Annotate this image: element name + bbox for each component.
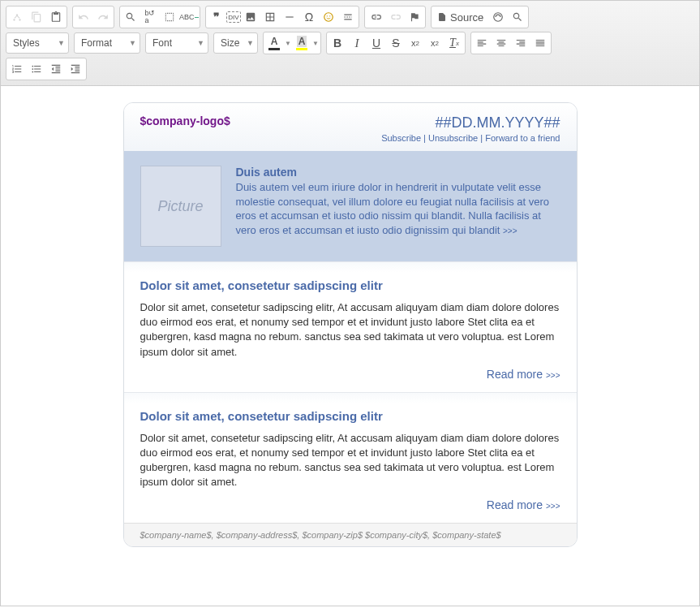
newsletter-footer[interactable]: $company-name$, $company-address$, $comp…: [124, 523, 577, 546]
source-label: Source: [450, 11, 483, 24]
outdent-button[interactable]: [46, 59, 66, 79]
newsletter-template: $company-logo$ ##DD.MM.YYYY## Subscribe …: [123, 102, 578, 547]
feature-body[interactable]: Duis autem vel eum iriure dolor in hendr…: [236, 180, 560, 237]
article-title[interactable]: Dolor sit amet, consetetur sadipscing el…: [140, 409, 560, 423]
source-button[interactable]: Source: [432, 7, 488, 27]
date-placeholder[interactable]: ##DD.MM.YYYY##: [381, 114, 560, 132]
chevron-down-icon: ▼: [58, 39, 65, 47]
chevron-down-icon: ▼: [129, 39, 136, 47]
specialchar-button[interactable]: Ω: [299, 7, 319, 27]
toolbar: b↺a ABC ❞ DIV Ω Source Styles▼ Format: [1, 1, 699, 86]
forward-link[interactable]: Forward to a friend: [485, 133, 560, 143]
article-2: Dolor sit amet, consetetur sadipscing el…: [124, 392, 577, 523]
undo-button[interactable]: [74, 7, 93, 27]
blockquote-button[interactable]: ❞: [207, 7, 226, 27]
cut-button[interactable]: [7, 7, 27, 27]
spellcheck-button[interactable]: ABC: [179, 7, 199, 27]
article-body[interactable]: Dolor sit amet, consetetur sadipscing el…: [140, 431, 560, 490]
image-button[interactable]: [241, 7, 260, 27]
readmore-link[interactable]: Read more >>>: [487, 498, 560, 511]
picture-placeholder[interactable]: Picture: [140, 166, 221, 247]
readmore-link[interactable]: Read more >>>: [487, 368, 560, 381]
unsubscribe-link[interactable]: Unsubscribe: [428, 133, 478, 143]
svg-point-0: [324, 13, 333, 22]
chevron-down-icon: ▼: [247, 39, 254, 47]
subscript-button[interactable]: x2: [406, 33, 425, 53]
removeformat-button[interactable]: Tx: [444, 33, 464, 53]
header-links: Subscribe | Unsubscribe | Forward to a f…: [381, 133, 560, 143]
align-right-button[interactable]: [511, 33, 530, 53]
content-area[interactable]: $company-logo$ ##DD.MM.YYYY## Subscribe …: [1, 86, 699, 606]
superscript-button[interactable]: x2: [425, 33, 444, 53]
svg-point-1: [327, 15, 328, 16]
find-group: b↺a ABC: [119, 6, 200, 28]
link-button[interactable]: [366, 7, 385, 27]
article-title[interactable]: Dolor sit amet, consetetur sadipscing el…: [140, 278, 560, 292]
editor-container: b↺a ABC ❞ DIV Ω Source Styles▼ Format: [0, 0, 700, 606]
newsletter-header: $company-logo$ ##DD.MM.YYYY## Subscribe …: [124, 103, 577, 151]
redo-button[interactable]: [93, 7, 113, 27]
preview-button[interactable]: [488, 7, 508, 27]
textcolor-button[interactable]: A: [264, 33, 284, 53]
pagebreak-button[interactable]: [338, 7, 358, 27]
chevron-down-icon[interactable]: ▼: [311, 40, 320, 47]
feature-block: Picture Duis autem Duis autem vel eum ir…: [124, 151, 577, 261]
toolbar-row-2: Styles▼ Format▼ Font▼ Size▼ A▼ A▼ B I U …: [6, 30, 694, 56]
align-justify-button[interactable]: [530, 33, 550, 53]
selectall-button[interactable]: [160, 7, 179, 27]
italic-button[interactable]: I: [347, 33, 367, 53]
replace-button[interactable]: b↺a: [140, 7, 160, 27]
formatting-group: B I U S x2 x2 Tx: [326, 32, 466, 54]
size-combo[interactable]: Size▼: [213, 32, 258, 54]
article-1: Dolor sit amet, consetetur sadipscing el…: [124, 261, 577, 392]
align-center-button[interactable]: [492, 33, 511, 53]
source-group: Source: [431, 6, 529, 28]
format-combo[interactable]: Format▼: [74, 32, 140, 54]
anchor-button[interactable]: [405, 7, 424, 27]
indent-button[interactable]: [66, 59, 85, 79]
article-body[interactable]: Dolor sit amet, consetetur sadipscing el…: [140, 300, 560, 360]
align-group: [470, 32, 552, 54]
paste-button[interactable]: [46, 7, 66, 27]
bgcolor-button[interactable]: A: [292, 33, 311, 53]
maximize-button[interactable]: [508, 7, 527, 27]
chevron-down-icon: ▼: [197, 39, 204, 47]
chevron-down-icon[interactable]: ▼: [284, 40, 292, 47]
toolbar-row-3: [6, 56, 694, 82]
styles-combo[interactable]: Styles▼: [6, 32, 69, 54]
undo-group: [72, 6, 114, 28]
align-left-button[interactable]: [472, 33, 492, 53]
bold-button[interactable]: B: [328, 33, 347, 53]
color-group: A▼ A▼: [263, 32, 321, 54]
smiley-button[interactable]: [319, 7, 338, 27]
feature-more[interactable]: >>>: [503, 226, 517, 235]
strike-button[interactable]: S: [386, 33, 406, 53]
div-button[interactable]: DIV: [226, 11, 241, 23]
company-logo[interactable]: $company-logo$: [140, 114, 230, 127]
table-button[interactable]: [260, 7, 280, 27]
clipboard-group: [6, 6, 67, 28]
link-group: [364, 6, 426, 28]
insert-group-1: ❞ DIV Ω: [205, 6, 359, 28]
unlink-button[interactable]: [385, 7, 405, 27]
numberlist-button[interactable]: [7, 59, 27, 79]
svg-point-2: [329, 15, 330, 16]
bulletlist-button[interactable]: [27, 59, 46, 79]
toolbar-row-1: b↺a ABC ❞ DIV Ω Source: [6, 4, 694, 30]
underline-button[interactable]: U: [367, 33, 386, 53]
hr-button[interactable]: [280, 7, 299, 27]
feature-title[interactable]: Duis autem: [236, 166, 560, 179]
copy-button[interactable]: [27, 7, 46, 27]
list-group: [6, 58, 87, 80]
subscribe-link[interactable]: Subscribe: [381, 133, 421, 143]
font-combo[interactable]: Font▼: [145, 32, 208, 54]
find-button[interactable]: [121, 7, 140, 27]
